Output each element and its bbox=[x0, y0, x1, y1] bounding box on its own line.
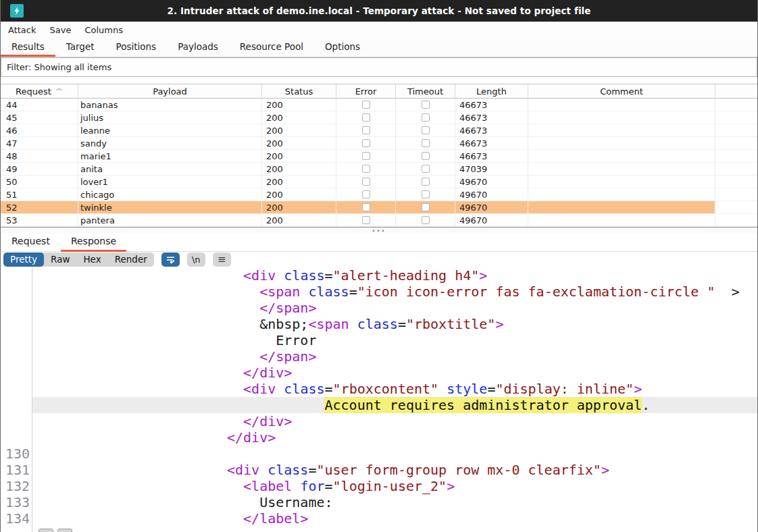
table-row[interactable]: 49anita20047039 bbox=[1, 163, 757, 176]
render-view-button[interactable]: Render bbox=[108, 252, 154, 267]
table-row[interactable]: 51chicago20049670 bbox=[1, 188, 757, 201]
search-bar-stub-button[interactable] bbox=[39, 529, 53, 532]
cell-timeout bbox=[396, 188, 455, 201]
code-line-text: &nbsp;<span class="rboxtitle"> bbox=[32, 316, 757, 332]
cell-length: 49670 bbox=[455, 188, 528, 201]
timeout-checkbox[interactable] bbox=[422, 126, 430, 134]
cell-error bbox=[336, 124, 396, 136]
column-header-length[interactable]: Length bbox=[455, 84, 528, 98]
timeout-checkbox[interactable] bbox=[422, 152, 430, 160]
pane-splitter[interactable]: ··· bbox=[1, 227, 757, 234]
error-checkbox[interactable] bbox=[362, 152, 370, 160]
table-row[interactable]: 47sandy20046673 bbox=[1, 137, 757, 150]
cell-timeout bbox=[396, 163, 455, 175]
code-line: <div class="alert-heading h4"> bbox=[1, 267, 757, 284]
code-token: <label bbox=[243, 478, 292, 494]
column-header-timeout[interactable]: Timeout bbox=[396, 84, 455, 98]
hex-view-button[interactable]: Hex bbox=[76, 252, 107, 267]
timeout-checkbox[interactable] bbox=[422, 216, 430, 224]
menu-item-attack[interactable]: Attack bbox=[1, 22, 43, 39]
code-line-text: Username: bbox=[32, 494, 757, 510]
column-header-comment[interactable]: Comment bbox=[528, 84, 715, 98]
column-header-request[interactable]: Request^ bbox=[1, 84, 78, 98]
cell-comment bbox=[528, 137, 715, 149]
error-checkbox[interactable] bbox=[362, 165, 370, 173]
tab-payloads[interactable]: Payloads bbox=[167, 39, 229, 57]
cell-error bbox=[336, 176, 396, 188]
column-header-error[interactable]: Error bbox=[336, 84, 396, 98]
column-header-payload[interactable]: Payload bbox=[78, 84, 262, 98]
error-checkbox[interactable] bbox=[362, 178, 370, 186]
cell-payload: anita bbox=[78, 163, 262, 175]
pretty-view-button[interactable]: Pretty bbox=[3, 252, 44, 267]
code-line: 130 bbox=[1, 446, 757, 462]
tab-resource-pool[interactable]: Resource Pool bbox=[229, 39, 314, 57]
word-wrap-button[interactable] bbox=[161, 252, 180, 267]
tab-target[interactable]: Target bbox=[55, 39, 105, 57]
error-checkbox[interactable] bbox=[362, 139, 370, 147]
cell-length: 46673 bbox=[455, 111, 528, 124]
cell-timeout bbox=[396, 99, 455, 111]
cell-comment bbox=[528, 214, 715, 226]
code-line: Account requires administrator approval. bbox=[1, 397, 757, 413]
error-checkbox[interactable] bbox=[362, 113, 370, 122]
cell-request: 45 bbox=[1, 111, 78, 124]
error-checkbox[interactable] bbox=[362, 216, 370, 224]
error-checkbox[interactable] bbox=[362, 203, 370, 211]
table-row[interactable]: 44bananas20046673 bbox=[1, 99, 757, 111]
error-checkbox[interactable] bbox=[362, 101, 370, 109]
tab-request[interactable]: Request bbox=[1, 234, 60, 252]
show-newlines-button[interactable]: \n bbox=[187, 252, 205, 267]
code-line: </span> bbox=[1, 348, 757, 365]
table-row[interactable]: 46leanne20046673 bbox=[1, 124, 757, 137]
tab-options[interactable]: Options bbox=[314, 39, 371, 57]
cell-filler bbox=[715, 124, 757, 136]
raw-view-button[interactable]: Raw bbox=[44, 252, 76, 267]
timeout-checkbox[interactable] bbox=[422, 139, 430, 147]
code-token: Account requires administrator approval bbox=[324, 397, 642, 413]
cell-status: 200 bbox=[262, 137, 336, 149]
cell-timeout bbox=[396, 124, 455, 136]
cell-timeout bbox=[396, 111, 455, 124]
error-checkbox[interactable] bbox=[362, 126, 370, 134]
gutter-separator bbox=[32, 267, 32, 532]
cell-error bbox=[336, 137, 396, 149]
table-row[interactable]: 50lover120049670 bbox=[1, 176, 757, 188]
timeout-checkbox[interactable] bbox=[422, 178, 430, 186]
cell-request: 51 bbox=[1, 188, 78, 201]
timeout-checkbox[interactable] bbox=[422, 165, 430, 173]
cell-request: 48 bbox=[1, 150, 78, 162]
error-checkbox[interactable] bbox=[362, 190, 370, 198]
code-token: <span bbox=[259, 284, 300, 300]
menu-item-columns[interactable]: Columns bbox=[78, 22, 130, 39]
column-header-status[interactable]: Status bbox=[262, 84, 336, 98]
cell-status: 200 bbox=[262, 150, 336, 162]
line-number: 131 bbox=[1, 462, 32, 478]
tab-results[interactable]: Results bbox=[1, 39, 55, 57]
cell-length: 49670 bbox=[455, 214, 528, 226]
code-line: Error bbox=[1, 332, 757, 348]
cell-payload: bananas bbox=[78, 99, 262, 111]
cell-payload: chicago bbox=[78, 188, 262, 201]
tab-positions[interactable]: Positions bbox=[105, 39, 168, 57]
filter-bar[interactable]: Filter: Showing all items bbox=[1, 57, 757, 77]
timeout-checkbox[interactable] bbox=[422, 190, 430, 198]
results-table-body: 44bananas2004667345julius2004667346leann… bbox=[1, 99, 757, 227]
menu-item-save[interactable]: Save bbox=[43, 22, 78, 39]
tab-response[interactable]: Response bbox=[61, 234, 126, 252]
cell-length: 46673 bbox=[455, 99, 528, 111]
cell-comment bbox=[528, 124, 715, 136]
search-bar-stub-button[interactable] bbox=[57, 529, 72, 532]
table-row[interactable]: 52twinkle20049670 bbox=[1, 201, 757, 214]
cell-timeout bbox=[396, 214, 455, 226]
table-row[interactable]: 48marie120046673 bbox=[1, 150, 757, 163]
code-line: 133 Username: bbox=[1, 494, 757, 510]
timeout-checkbox[interactable] bbox=[422, 101, 430, 109]
editor-menu-button[interactable]: ≡ bbox=[213, 252, 231, 267]
timeout-checkbox[interactable] bbox=[422, 113, 430, 122]
line-number bbox=[1, 413, 32, 429]
code-line-text: </div> bbox=[32, 429, 757, 446]
response-editor[interactable]: <div class="alert-heading h4"> <span cla… bbox=[1, 267, 757, 532]
table-row[interactable]: 45julius20046673 bbox=[1, 111, 757, 124]
timeout-checkbox[interactable] bbox=[422, 203, 430, 211]
